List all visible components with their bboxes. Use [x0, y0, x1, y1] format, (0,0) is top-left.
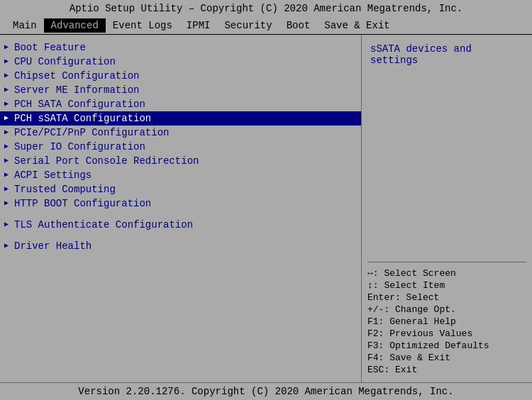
bios-screen: Aptio Setup Utility – Copyright (C) 2020…: [0, 0, 532, 400]
menu-list-item[interactable]: Boot Feature: [0, 40, 361, 55]
menu-item-boot[interactable]: Boot: [279, 18, 318, 33]
main-content: Boot FeatureCPU ConfigurationChipset Con…: [0, 35, 532, 382]
menu-spacer: [0, 232, 361, 239]
menu-list-item[interactable]: Chipset Configuration: [0, 69, 361, 83]
title-bar: Aptio Setup Utility – Copyright (C) 2020…: [0, 0, 532, 17]
menu-list-item[interactable]: Serial Port Console Redirection: [0, 154, 361, 168]
menu-list-item[interactable]: PCIe/PCI/PnP Configuration: [0, 126, 361, 140]
help-text: sSATA devices and settings: [367, 40, 526, 69]
menu-list-item[interactable]: Server ME Information: [0, 83, 361, 97]
key-help-item: ↔: Select Screen: [367, 268, 526, 279]
key-help-item: Enter: Select: [367, 292, 526, 303]
menu-list-item[interactable]: PCH sSATA Configuration: [0, 111, 361, 126]
menu-item-ipmi[interactable]: IPMI: [179, 18, 218, 33]
key-help-item: +/-: Change Opt.: [367, 304, 526, 315]
menu-list-item[interactable]: HTTP BOOT Configuration: [0, 196, 361, 211]
menu-list-item[interactable]: CPU Configuration: [0, 55, 361, 69]
menu-item-event-logs[interactable]: Event Logs: [106, 18, 179, 33]
key-help-item: ↕: Select Item: [367, 280, 526, 291]
menu-item-security[interactable]: Security: [217, 18, 279, 33]
menu-list-item[interactable]: Driver Health: [0, 239, 361, 253]
key-help-item: F3: Optimized Defaults: [367, 340, 526, 351]
menu-item-save--exit[interactable]: Save & Exit: [317, 18, 397, 33]
menu-bar[interactable]: MainAdvancedEvent LogsIPMISecurityBootSa…: [0, 17, 532, 35]
menu-list-item[interactable]: TLS Authenticate Configuration: [0, 218, 361, 232]
key-help-item: F4: Save & Exit: [367, 352, 526, 363]
menu-spacer: [0, 211, 361, 218]
left-panel: Boot FeatureCPU ConfigurationChipset Con…: [0, 35, 362, 382]
menu-item-main[interactable]: Main: [6, 18, 44, 33]
menu-list-item[interactable]: Super IO Configuration: [0, 140, 361, 154]
menu-list-item[interactable]: ACPI Settings: [0, 168, 361, 182]
key-help-item: F1: General Help: [367, 316, 526, 327]
key-help-item: ESC: Exit: [367, 365, 526, 375]
right-panel: sSATA devices and settings ↔: Select Scr…: [362, 35, 532, 382]
key-help: ↔: Select Screen↕: Select ItemEnter: Sel…: [367, 262, 526, 377]
menu-list-item[interactable]: PCH SATA Configuration: [0, 97, 361, 111]
footer: Version 2.20.1276. Copyright (C) 2020 Am…: [0, 382, 532, 400]
key-help-item: F2: Previous Values: [367, 328, 526, 339]
menu-item-advanced[interactable]: Advanced: [44, 18, 106, 33]
title-text: Aptio Setup Utility – Copyright (C) 2020…: [70, 3, 463, 14]
footer-text: Version 2.20.1276. Copyright (C) 2020 Am…: [78, 386, 453, 397]
menu-list: Boot FeatureCPU ConfigurationChipset Con…: [0, 40, 361, 253]
menu-list-item[interactable]: Trusted Computing: [0, 182, 361, 196]
